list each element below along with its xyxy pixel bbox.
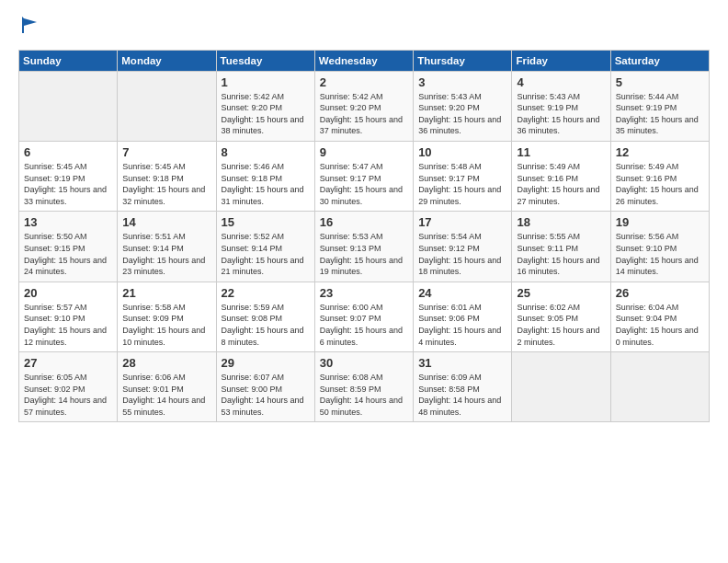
calendar-cell	[610, 352, 709, 422]
weekday-header-thursday: Thursday	[414, 50, 512, 71]
calendar-cell: 31Sunrise: 6:09 AM Sunset: 8:58 PM Dayli…	[414, 352, 512, 422]
day-info: Sunrise: 5:51 AM Sunset: 9:14 PM Dayligh…	[122, 231, 210, 277]
calendar-cell: 9Sunrise: 5:47 AM Sunset: 9:17 PM Daylig…	[314, 141, 413, 211]
calendar-cell: 7Sunrise: 5:45 AM Sunset: 9:18 PM Daylig…	[118, 141, 216, 211]
calendar-cell: 24Sunrise: 6:01 AM Sunset: 9:06 PM Dayli…	[414, 282, 512, 351]
day-info: Sunrise: 5:45 AM Sunset: 9:18 PM Dayligh…	[122, 161, 210, 207]
calendar-cell: 1Sunrise: 5:42 AM Sunset: 9:20 PM Daylig…	[216, 71, 314, 141]
day-number: 21	[122, 286, 210, 300]
week-row-2: 6Sunrise: 5:45 AM Sunset: 9:19 PM Daylig…	[19, 141, 710, 211]
day-number: 12	[616, 145, 704, 159]
calendar-cell: 30Sunrise: 6:08 AM Sunset: 8:59 PM Dayli…	[314, 352, 413, 422]
week-row-3: 13Sunrise: 5:50 AM Sunset: 9:15 PM Dayli…	[19, 212, 710, 282]
day-number: 9	[320, 145, 408, 159]
day-number: 27	[24, 356, 112, 370]
day-info: Sunrise: 6:06 AM Sunset: 9:01 PM Dayligh…	[122, 372, 210, 418]
calendar-cell: 2Sunrise: 5:42 AM Sunset: 9:20 PM Daylig…	[314, 71, 413, 141]
calendar-cell: 23Sunrise: 6:00 AM Sunset: 9:07 PM Dayli…	[314, 282, 413, 351]
day-number: 8	[222, 145, 310, 159]
day-info: Sunrise: 5:46 AM Sunset: 9:18 PM Dayligh…	[222, 161, 310, 207]
calendar-cell: 11Sunrise: 5:49 AM Sunset: 9:16 PM Dayli…	[512, 141, 610, 211]
day-info: Sunrise: 5:43 AM Sunset: 9:19 PM Dayligh…	[517, 91, 605, 137]
day-number: 23	[320, 286, 408, 300]
weekday-header-tuesday: Tuesday	[216, 50, 314, 71]
svg-marker-0	[22, 17, 37, 33]
day-info: Sunrise: 5:52 AM Sunset: 9:14 PM Dayligh…	[222, 231, 310, 277]
calendar-cell	[512, 352, 610, 422]
calendar-cell	[118, 71, 216, 141]
weekday-header-saturday: Saturday	[610, 50, 709, 71]
day-number: 24	[418, 286, 506, 300]
day-info: Sunrise: 5:45 AM Sunset: 9:19 PM Dayligh…	[24, 161, 112, 207]
calendar-cell: 15Sunrise: 5:52 AM Sunset: 9:14 PM Dayli…	[216, 212, 314, 282]
day-info: Sunrise: 5:54 AM Sunset: 9:12 PM Dayligh…	[418, 231, 506, 277]
calendar-cell: 25Sunrise: 6:02 AM Sunset: 9:05 PM Dayli…	[512, 282, 610, 351]
day-info: Sunrise: 6:09 AM Sunset: 8:58 PM Dayligh…	[418, 372, 506, 418]
day-number: 4	[517, 75, 605, 89]
day-number: 20	[24, 286, 112, 300]
day-info: Sunrise: 6:05 AM Sunset: 9:02 PM Dayligh…	[24, 372, 112, 418]
calendar-cell: 14Sunrise: 5:51 AM Sunset: 9:14 PM Dayli…	[118, 212, 216, 282]
day-info: Sunrise: 6:08 AM Sunset: 8:59 PM Dayligh…	[320, 372, 408, 418]
calendar-cell: 5Sunrise: 5:44 AM Sunset: 9:19 PM Daylig…	[610, 71, 709, 141]
calendar-cell	[19, 71, 118, 141]
calendar-cell: 6Sunrise: 5:45 AM Sunset: 9:19 PM Daylig…	[19, 141, 118, 211]
day-info: Sunrise: 6:01 AM Sunset: 9:06 PM Dayligh…	[418, 302, 506, 348]
logo	[18, 15, 40, 40]
calendar-cell: 12Sunrise: 5:49 AM Sunset: 9:16 PM Dayli…	[610, 141, 709, 211]
week-row-1: 1Sunrise: 5:42 AM Sunset: 9:20 PM Daylig…	[19, 71, 710, 141]
day-info: Sunrise: 5:48 AM Sunset: 9:17 PM Dayligh…	[418, 161, 506, 207]
calendar-table: SundayMondayTuesdayWednesdayThursdayFrid…	[18, 50, 710, 423]
day-number: 19	[616, 215, 704, 229]
logo-flag-icon	[20, 15, 40, 35]
day-info: Sunrise: 5:57 AM Sunset: 9:10 PM Dayligh…	[24, 302, 112, 348]
day-info: Sunrise: 5:43 AM Sunset: 9:20 PM Dayligh…	[418, 91, 506, 137]
day-number: 16	[320, 215, 408, 229]
day-number: 15	[222, 215, 310, 229]
calendar-cell: 27Sunrise: 6:05 AM Sunset: 9:02 PM Dayli…	[19, 352, 118, 422]
day-number: 1	[222, 75, 310, 89]
day-number: 14	[122, 215, 210, 229]
day-info: Sunrise: 5:58 AM Sunset: 9:09 PM Dayligh…	[122, 302, 210, 348]
calendar-cell: 10Sunrise: 5:48 AM Sunset: 9:17 PM Dayli…	[414, 141, 512, 211]
day-number: 13	[24, 215, 112, 229]
calendar-cell: 17Sunrise: 5:54 AM Sunset: 9:12 PM Dayli…	[414, 212, 512, 282]
day-info: Sunrise: 5:55 AM Sunset: 9:11 PM Dayligh…	[517, 231, 605, 277]
calendar-cell: 18Sunrise: 5:55 AM Sunset: 9:11 PM Dayli…	[512, 212, 610, 282]
day-number: 30	[320, 356, 408, 370]
calendar-cell: 26Sunrise: 6:04 AM Sunset: 9:04 PM Dayli…	[610, 282, 709, 351]
calendar-cell: 29Sunrise: 6:07 AM Sunset: 9:00 PM Dayli…	[216, 352, 314, 422]
calendar-cell: 22Sunrise: 5:59 AM Sunset: 9:08 PM Dayli…	[216, 282, 314, 351]
day-number: 5	[616, 75, 704, 89]
day-info: Sunrise: 5:42 AM Sunset: 9:20 PM Dayligh…	[320, 91, 408, 137]
day-number: 18	[517, 215, 605, 229]
day-info: Sunrise: 5:53 AM Sunset: 9:13 PM Dayligh…	[320, 231, 408, 277]
calendar-cell: 19Sunrise: 5:56 AM Sunset: 9:10 PM Dayli…	[610, 212, 709, 282]
day-number: 25	[517, 286, 605, 300]
day-number: 3	[418, 75, 506, 89]
day-info: Sunrise: 6:07 AM Sunset: 9:00 PM Dayligh…	[222, 372, 310, 418]
page: SundayMondayTuesdayWednesdayThursdayFrid…	[0, 0, 728, 431]
calendar-cell: 20Sunrise: 5:57 AM Sunset: 9:10 PM Dayli…	[19, 282, 118, 351]
day-number: 28	[122, 356, 210, 370]
day-info: Sunrise: 5:59 AM Sunset: 9:08 PM Dayligh…	[222, 302, 310, 348]
weekday-header-wednesday: Wednesday	[314, 50, 413, 71]
day-info: Sunrise: 6:04 AM Sunset: 9:04 PM Dayligh…	[616, 302, 704, 348]
day-info: Sunrise: 6:02 AM Sunset: 9:05 PM Dayligh…	[517, 302, 605, 348]
calendar-cell: 4Sunrise: 5:43 AM Sunset: 9:19 PM Daylig…	[512, 71, 610, 141]
week-row-4: 20Sunrise: 5:57 AM Sunset: 9:10 PM Dayli…	[19, 282, 710, 351]
calendar-cell: 13Sunrise: 5:50 AM Sunset: 9:15 PM Dayli…	[19, 212, 118, 282]
weekday-header-friday: Friday	[512, 50, 610, 71]
day-info: Sunrise: 5:50 AM Sunset: 9:15 PM Dayligh…	[24, 231, 112, 277]
day-info: Sunrise: 5:44 AM Sunset: 9:19 PM Dayligh…	[616, 91, 704, 137]
day-number: 10	[418, 145, 506, 159]
header	[18, 15, 710, 40]
day-info: Sunrise: 5:56 AM Sunset: 9:10 PM Dayligh…	[616, 231, 704, 277]
day-number: 6	[24, 145, 112, 159]
day-number: 29	[222, 356, 310, 370]
day-info: Sunrise: 5:49 AM Sunset: 9:16 PM Dayligh…	[616, 161, 704, 207]
day-info: Sunrise: 6:00 AM Sunset: 9:07 PM Dayligh…	[320, 302, 408, 348]
day-number: 2	[320, 75, 408, 89]
weekday-header-row: SundayMondayTuesdayWednesdayThursdayFrid…	[19, 50, 710, 71]
calendar-cell: 21Sunrise: 5:58 AM Sunset: 9:09 PM Dayli…	[118, 282, 216, 351]
